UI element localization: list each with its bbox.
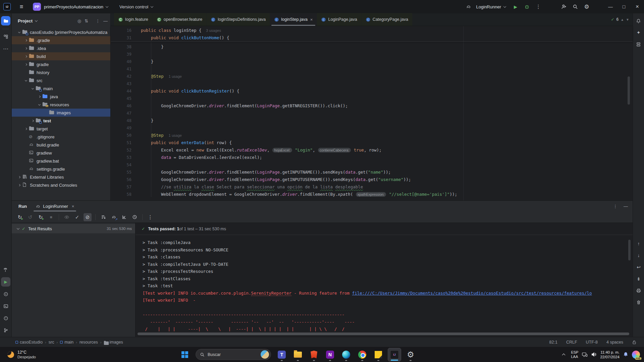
tree-item[interactable]: gradlew bbox=[12, 149, 110, 157]
chevron-right-icon[interactable] bbox=[25, 127, 27, 130]
file-encoding[interactable]: UTF-8 bbox=[586, 340, 598, 345]
code-line[interactable]: 43 bbox=[111, 80, 633, 87]
code-line[interactable]: 16public class loginStep { 3 usages bbox=[111, 27, 633, 34]
run-button[interactable]: ▶ bbox=[511, 2, 521, 11]
code-line[interactable]: 50 @Step 1 usage bbox=[111, 132, 633, 139]
locate-file-icon[interactable]: ◎ bbox=[77, 18, 81, 23]
taskbar-app-teams[interactable]: T bbox=[275, 348, 288, 361]
soft-wrap-icon[interactable]: ↩ bbox=[634, 263, 643, 272]
run-tab-loginrunner[interactable]: LoginRunner × bbox=[36, 201, 74, 212]
panel-options-icon[interactable]: ⋮ bbox=[96, 18, 100, 23]
problems-tool-icon[interactable] bbox=[1, 313, 10, 323]
tree-item[interactable]: settings.gradle bbox=[12, 165, 110, 173]
services-tool-icon[interactable] bbox=[1, 289, 10, 299]
tree-item[interactable]: .idea bbox=[12, 44, 110, 52]
debug-button[interactable] bbox=[522, 2, 532, 11]
chevron-down-icon[interactable] bbox=[38, 103, 41, 105]
close-tab-icon[interactable]: × bbox=[310, 17, 313, 22]
code-line[interactable]: 31 public void clickButtonHome() { bbox=[111, 34, 633, 42]
code-line[interactable]: 51 public void enterData(int row) { bbox=[111, 139, 633, 146]
project-name-widget[interactable]: primerProyectoAutomatizacion bbox=[44, 4, 103, 9]
taskbar-search-input[interactable]: Buscar bbox=[196, 349, 271, 360]
inspections-widget[interactable]: ✓ 6 ▲▼ bbox=[611, 17, 629, 22]
code-editor[interactable]: 16public class loginStep { 3 usages31 pu… bbox=[111, 26, 633, 198]
caret-position[interactable]: 82:1 bbox=[549, 340, 557, 345]
rerun-failed-button[interactable]: ↺ bbox=[26, 213, 34, 221]
speaker-icon[interactable] bbox=[591, 352, 597, 357]
tree-item[interactable]: images bbox=[12, 109, 110, 117]
console-vscrollbar[interactable] bbox=[628, 240, 631, 260]
tree-item[interactable]: Scratches and Consoles bbox=[12, 181, 110, 189]
indent-setting[interactable]: 4 spaces bbox=[606, 340, 623, 345]
tree-item[interactable]: test bbox=[12, 117, 110, 125]
taskbar-app-brave[interactable] bbox=[307, 348, 321, 361]
console-output[interactable]: > Task :compileJava> Task :processResour… bbox=[136, 235, 633, 334]
terminal-tool-icon[interactable] bbox=[1, 301, 10, 311]
show-ignored-icon[interactable]: ⊘ bbox=[84, 213, 92, 221]
tree-item[interactable]: casoEstudio [primerProyectoAutomatiza bbox=[12, 28, 110, 36]
breadcrumb-item[interactable]: main bbox=[60, 340, 73, 345]
chevron-right-icon[interactable] bbox=[25, 55, 27, 57]
editor-scrollbar[interactable] bbox=[628, 76, 630, 105]
cast-device-icon[interactable] bbox=[582, 352, 588, 358]
breadcrumb-item[interactable]: images bbox=[104, 340, 123, 345]
expand-collapse-icon[interactable]: ⇅ bbox=[85, 18, 88, 23]
tree-item[interactable]: gradle bbox=[12, 60, 110, 68]
code-line[interactable]: 48 } bbox=[111, 117, 633, 124]
editor-tab-CategoryPage.java[interactable]: CCategoryPage.java bbox=[362, 13, 412, 26]
tree-item[interactable]: resources bbox=[12, 101, 110, 109]
window-minimize-button[interactable]: — bbox=[604, 0, 617, 13]
editor-tab-LoginPage.java[interactable]: CLoginPage.java bbox=[317, 13, 361, 26]
vcs-widget[interactable]: Version control bbox=[119, 4, 148, 9]
editor-tab-login.feature[interactable]: login.feature bbox=[114, 13, 152, 26]
code-line[interactable]: 45 bbox=[111, 95, 633, 102]
toolbar-more-icon[interactable]: ⋮ bbox=[146, 213, 154, 221]
code-line[interactable]: 49 bbox=[111, 124, 633, 132]
panel-options-icon[interactable]: ⋮ bbox=[613, 204, 618, 209]
stop-button[interactable]: ■ bbox=[47, 213, 55, 221]
settings-gear-icon[interactable]: ⚙ bbox=[582, 2, 592, 11]
console-hscrollbar[interactable] bbox=[138, 333, 629, 335]
console-file-link[interactable]: file:///C:/Users/Jimmy/Documents/caso%20… bbox=[352, 291, 592, 296]
chevron-right-icon[interactable] bbox=[25, 63, 27, 65]
breadcrumb-item[interactable]: casoEstudio bbox=[15, 340, 43, 345]
chevron-down-icon[interactable] bbox=[25, 79, 27, 81]
tree-item[interactable]: ⊘.gitignore bbox=[12, 133, 110, 141]
language-indicator[interactable]: ESP LAA bbox=[571, 350, 578, 359]
search-daily-image[interactable] bbox=[261, 350, 269, 359]
taskbar-app-intellij[interactable]: IJ bbox=[388, 348, 401, 361]
tree-item[interactable]: history bbox=[12, 68, 110, 76]
tree-item[interactable]: .gradle bbox=[12, 36, 110, 44]
chevron-right-icon[interactable] bbox=[32, 119, 34, 122]
scroll-up-icon[interactable]: ↑ bbox=[634, 239, 643, 248]
code-with-me-icon[interactable] bbox=[559, 2, 569, 11]
weather-widget[interactable]: 12°C Despejado bbox=[7, 350, 36, 359]
dependencies-icon[interactable] bbox=[634, 40, 643, 49]
close-tab-icon[interactable]: × bbox=[72, 204, 74, 209]
run-configuration-selector[interactable]: LoginRunner bbox=[476, 4, 501, 9]
code-line[interactable]: 41 bbox=[111, 65, 633, 73]
breadcrumb-item[interactable]: resources bbox=[79, 340, 98, 345]
structure-tool-icon[interactable] bbox=[1, 32, 10, 41]
show-passed-check-icon[interactable]: ✓ bbox=[73, 213, 81, 221]
git-tool-icon[interactable] bbox=[1, 325, 10, 335]
chevron-right-icon[interactable] bbox=[18, 184, 20, 186]
code-line[interactable]: 46 GoogleChromeDriver.driver.findElement… bbox=[111, 102, 633, 110]
project-tool-icon[interactable] bbox=[1, 16, 10, 25]
build-tool-icon[interactable] bbox=[1, 265, 10, 275]
notifications-bell-icon[interactable] bbox=[634, 16, 643, 25]
tree-item[interactable]: build.gradle bbox=[12, 141, 110, 149]
hide-panel-icon[interactable]: — bbox=[103, 18, 108, 23]
sort-tests-icon[interactable] bbox=[99, 213, 107, 221]
window-restore-button[interactable]: □ bbox=[617, 0, 631, 13]
chevron-down-icon[interactable] bbox=[18, 31, 20, 33]
tree-item[interactable]: java bbox=[12, 93, 110, 101]
ai-assistant-icon[interactable]: ✦ bbox=[634, 28, 643, 37]
taskbar-app-chrome[interactable] bbox=[356, 348, 369, 361]
scroll-to-test-icon[interactable] bbox=[120, 213, 128, 221]
code-line[interactable]: 47 bbox=[111, 110, 633, 117]
tree-item[interactable]: main bbox=[12, 84, 110, 93]
code-line[interactable]: 53 data = DataDrivenExcel.leerExcel(exce… bbox=[111, 154, 633, 161]
code-line[interactable]: 55 GoogleChromeDriver.driver.findElement… bbox=[111, 169, 633, 176]
copilot-icon[interactable]: PRE bbox=[632, 351, 640, 359]
